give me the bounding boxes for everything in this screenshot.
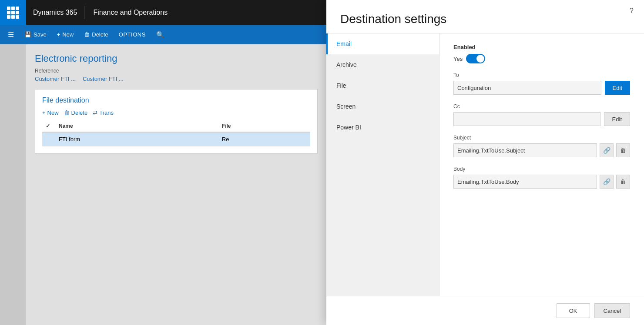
reference-link-2[interactable]: Customer FTI ... bbox=[83, 76, 124, 82]
enabled-toggle[interactable] bbox=[466, 54, 485, 63]
subject-section: Subject 🔗 🗑 bbox=[453, 135, 630, 157]
fd-trans-icon: ⇄ bbox=[93, 109, 97, 116]
reference-link-1[interactable]: Customer FTI ... bbox=[35, 76, 76, 82]
hamburger-icon[interactable]: ☰ bbox=[3, 28, 18, 41]
enabled-section: Enabled Yes bbox=[453, 44, 630, 63]
delete-icon: 🗑 bbox=[84, 31, 90, 38]
cc-input[interactable] bbox=[453, 112, 600, 126]
detail-title: Electronic reporting bbox=[35, 53, 318, 64]
subject-input[interactable] bbox=[453, 143, 597, 157]
to-label: To bbox=[453, 72, 630, 78]
fd-trans-button[interactable]: ⇄ Trans bbox=[93, 109, 114, 116]
fd-row-file: Re bbox=[218, 132, 310, 146]
fd-new-button[interactable]: + New bbox=[42, 109, 59, 116]
fd-col-file-header: File bbox=[218, 120, 310, 132]
file-destination-box: File destination + New 🗑 Delete ⇄ Trans … bbox=[35, 89, 318, 154]
reference-values: Customer FTI ... Customer FTI ... bbox=[35, 76, 318, 82]
body-delete-icon[interactable]: 🗑 bbox=[616, 175, 630, 189]
cc-row: Edit bbox=[453, 112, 630, 126]
enabled-label: Enabled bbox=[453, 44, 630, 50]
app-title: Dynamics 365 bbox=[26, 9, 84, 17]
subject-delete-icon[interactable]: 🗑 bbox=[616, 143, 630, 157]
destination-form: Enabled Yes To Edit Cc bbox=[439, 33, 644, 296]
body-row: 🔗 🗑 bbox=[453, 175, 630, 189]
fd-delete-icon: 🗑 bbox=[64, 109, 70, 116]
fd-table-row[interactable]: FTI form Re bbox=[42, 132, 310, 146]
fd-toolbar: + New 🗑 Delete ⇄ Trans bbox=[42, 109, 310, 116]
body-input[interactable] bbox=[453, 175, 597, 189]
file-dest-title: File destination bbox=[42, 96, 310, 104]
cc-section: Cc Edit bbox=[453, 103, 630, 126]
fd-row-name: FTI form bbox=[55, 132, 218, 146]
enabled-row: Yes bbox=[453, 54, 630, 63]
body-link-icon[interactable]: 🔗 bbox=[600, 175, 614, 189]
to-row: Edit bbox=[453, 81, 630, 95]
options-button[interactable]: OPTIONS bbox=[114, 29, 150, 40]
search-icon[interactable]: 🔍 bbox=[152, 28, 169, 41]
cancel-button[interactable]: Cancel bbox=[594, 303, 630, 318]
destination-settings-panel: Destination settings ? Email Archive Fil… bbox=[326, 0, 644, 325]
reference-label: Reference bbox=[35, 68, 318, 74]
detail-panel: Electronic reporting Reference Customer … bbox=[26, 44, 326, 325]
to-section: To Edit bbox=[453, 72, 630, 95]
nav-item-file[interactable]: File bbox=[326, 75, 439, 96]
subject-link-icon[interactable]: 🔗 bbox=[600, 143, 614, 157]
destination-title: Destination settings bbox=[340, 12, 630, 26]
nav-item-powerbi[interactable]: Power BI bbox=[326, 117, 439, 138]
fd-row-check bbox=[42, 132, 55, 146]
yes-label: Yes bbox=[453, 56, 463, 62]
save-button[interactable]: 💾 Save bbox=[20, 29, 51, 40]
waffle-icon bbox=[7, 7, 19, 19]
delete-button[interactable]: 🗑 Delete bbox=[80, 29, 113, 40]
reference-section: Reference Customer FTI ... Customer FTI … bbox=[35, 68, 318, 82]
fd-col-name-header: Name bbox=[55, 120, 218, 132]
destination-header: Destination settings ? bbox=[326, 0, 644, 33]
waffle-button[interactable] bbox=[0, 0, 26, 25]
fd-col-check: ✓ bbox=[42, 120, 55, 132]
destination-nav: Email Archive File Screen Power BI bbox=[326, 33, 439, 296]
subject-label: Subject bbox=[453, 135, 630, 141]
body-section: Body 🔗 🗑 bbox=[453, 166, 630, 189]
cc-edit-button[interactable]: Edit bbox=[604, 112, 630, 126]
subject-row: 🔗 🗑 bbox=[453, 143, 630, 157]
destination-footer: OK Cancel bbox=[326, 296, 644, 325]
toggle-knob bbox=[476, 55, 484, 63]
to-input[interactable] bbox=[453, 81, 601, 95]
ok-button[interactable]: OK bbox=[557, 303, 590, 318]
nav-item-email[interactable]: Email bbox=[326, 33, 439, 54]
module-title: Finance and Operations bbox=[84, 9, 176, 17]
save-icon: 💾 bbox=[24, 31, 31, 38]
fd-table: ✓ Name File FTI form Re bbox=[42, 120, 310, 146]
fd-new-icon: + bbox=[42, 109, 46, 116]
new-button[interactable]: + New bbox=[53, 29, 78, 40]
nav-item-screen[interactable]: Screen bbox=[326, 96, 439, 117]
to-edit-button[interactable]: Edit bbox=[605, 81, 630, 95]
destination-body: Email Archive File Screen Power BI Enabl… bbox=[326, 33, 644, 296]
body-label: Body bbox=[453, 166, 630, 172]
fd-delete-button[interactable]: 🗑 Delete bbox=[64, 109, 88, 116]
new-icon: + bbox=[57, 31, 60, 38]
nav-item-archive[interactable]: Archive bbox=[326, 54, 439, 75]
cc-label: Cc bbox=[453, 103, 630, 109]
help-icon[interactable]: ? bbox=[630, 7, 634, 15]
